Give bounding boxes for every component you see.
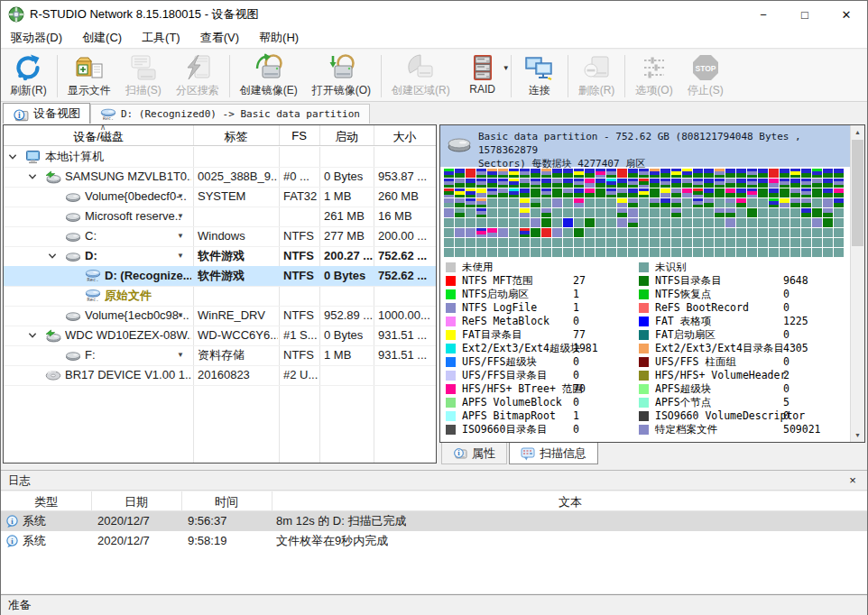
block-cell[interactable] [769, 188, 779, 197]
menu-item-1[interactable]: 创建(C) [72, 28, 132, 48]
block-cell[interactable] [487, 248, 497, 257]
block-cell[interactable] [617, 198, 627, 207]
block-cell[interactable] [715, 198, 725, 207]
block-cell[interactable] [596, 218, 605, 227]
block-cell[interactable] [812, 228, 822, 237]
block-cell[interactable] [541, 208, 551, 217]
block-cell[interactable] [596, 198, 605, 207]
device-row-10[interactable]: F:▼资料存储NTFS1 MB931.51 ... [4, 345, 436, 365]
device-row-5[interactable]: D:▼软件游戏NTFS200.27 ...752.62 ... [4, 246, 436, 266]
block-cell[interactable] [693, 228, 703, 237]
block-cell[interactable] [552, 218, 562, 227]
row-dropdown-icon[interactable]: ▼ [177, 345, 184, 365]
block-cell[interactable] [466, 248, 476, 257]
block-cell[interactable] [563, 198, 573, 207]
block-cell[interactable] [790, 198, 800, 207]
block-cell[interactable] [801, 169, 811, 178]
block-cell[interactable] [563, 188, 573, 197]
block-cell[interactable] [574, 188, 584, 197]
block-cell[interactable] [660, 248, 670, 257]
block-cell[interactable] [563, 208, 573, 217]
device-row-1[interactable]: SAMSUNG MZVLB1T0...0025_388B_9...#0 ...0… [4, 167, 436, 187]
block-cell[interactable] [725, 218, 735, 227]
block-cell[interactable] [466, 208, 476, 217]
block-cell[interactable] [628, 248, 638, 257]
block-cell[interactable] [725, 198, 735, 207]
block-cell[interactable] [660, 208, 670, 217]
log-column-header-0[interactable]: 类型 [1, 494, 91, 510]
block-cell[interactable] [801, 188, 811, 197]
toolbar-connect-button[interactable]: 连接 [514, 51, 565, 101]
block-cell[interactable] [747, 248, 757, 257]
block-cell[interactable] [725, 248, 735, 257]
block-cell[interactable] [617, 228, 627, 237]
block-cell[interactable] [455, 228, 465, 237]
block-cell[interactable] [487, 198, 497, 207]
row-dropdown-icon[interactable]: ▼ [177, 187, 184, 207]
block-cell[interactable] [758, 208, 768, 217]
block-cell[interactable] [715, 208, 725, 217]
block-cell[interactable] [671, 188, 681, 197]
block-cell[interactable] [660, 238, 670, 247]
tree-expander-icon[interactable] [27, 171, 38, 182]
block-cell[interactable] [617, 218, 627, 227]
block-cell[interactable] [476, 208, 486, 217]
block-cell[interactable] [660, 228, 670, 237]
block-cell[interactable] [736, 238, 746, 247]
block-cell[interactable] [650, 248, 660, 257]
block-cell[interactable] [758, 248, 768, 257]
block-cell[interactable] [823, 198, 833, 207]
block-cell[interactable] [736, 198, 746, 207]
toolbar-create-image-button[interactable]: 创建镜像(E) [233, 51, 305, 101]
block-cell[interactable] [639, 169, 649, 178]
block-cell[interactable] [617, 248, 627, 257]
block-cell[interactable] [736, 208, 746, 217]
block-cell[interactable] [704, 198, 714, 207]
block-cell[interactable] [541, 218, 551, 227]
block-cell[interactable] [725, 169, 735, 178]
device-row-8[interactable]: Volume{1ecb0c98-..▼WinRE_DRVNTFS952.89 .… [4, 306, 436, 326]
block-cell[interactable] [606, 179, 616, 188]
block-cell[interactable] [498, 179, 508, 188]
block-cell[interactable] [487, 179, 497, 188]
block-cell[interactable] [606, 188, 616, 197]
block-cell[interactable] [834, 228, 844, 237]
scan-tab-0[interactable]: i属性 [441, 443, 507, 464]
block-cell[interactable] [596, 179, 605, 188]
block-cell[interactable] [660, 198, 670, 207]
block-cell[interactable] [531, 248, 540, 257]
minimize-button[interactable]: − [743, 1, 784, 28]
device-row-7[interactable]: Rec.原始文件 [4, 286, 436, 306]
block-cell[interactable] [725, 188, 735, 197]
block-cell[interactable] [660, 188, 670, 197]
block-cell[interactable] [650, 169, 660, 178]
maximize-button[interactable]: □ [784, 1, 826, 28]
block-cell[interactable] [704, 208, 714, 217]
block-cell[interactable] [455, 198, 465, 207]
block-cell[interactable] [834, 218, 844, 227]
block-cell[interactable] [801, 179, 811, 188]
block-cell[interactable] [487, 228, 497, 237]
block-cell[interactable] [682, 188, 692, 197]
block-cell[interactable] [639, 218, 649, 227]
block-cell[interactable] [520, 228, 530, 237]
close-button[interactable]: ✕ [826, 1, 867, 28]
block-cell[interactable] [780, 208, 790, 217]
block-cell[interactable] [715, 248, 725, 257]
block-cell[interactable] [628, 188, 638, 197]
block-cell[interactable] [444, 228, 454, 237]
block-cell[interactable] [476, 228, 486, 237]
block-cell[interactable] [639, 238, 649, 247]
block-cell[interactable] [574, 238, 584, 247]
block-cell[interactable] [596, 188, 605, 197]
block-cell[interactable] [520, 188, 530, 197]
block-cell[interactable] [509, 208, 519, 217]
block-cell[interactable] [682, 218, 692, 227]
block-cell[interactable] [509, 179, 519, 188]
block-cell[interactable] [531, 179, 540, 188]
block-cell[interactable] [563, 218, 573, 227]
block-cell[interactable] [780, 238, 790, 247]
block-cell[interactable] [671, 218, 681, 227]
scan-tab-1[interactable]: 扫描信息 [509, 443, 598, 464]
device-row-6[interactable]: Rec.D: (Recognize...软件游戏NTFS0 Bytes752.6… [4, 266, 436, 286]
